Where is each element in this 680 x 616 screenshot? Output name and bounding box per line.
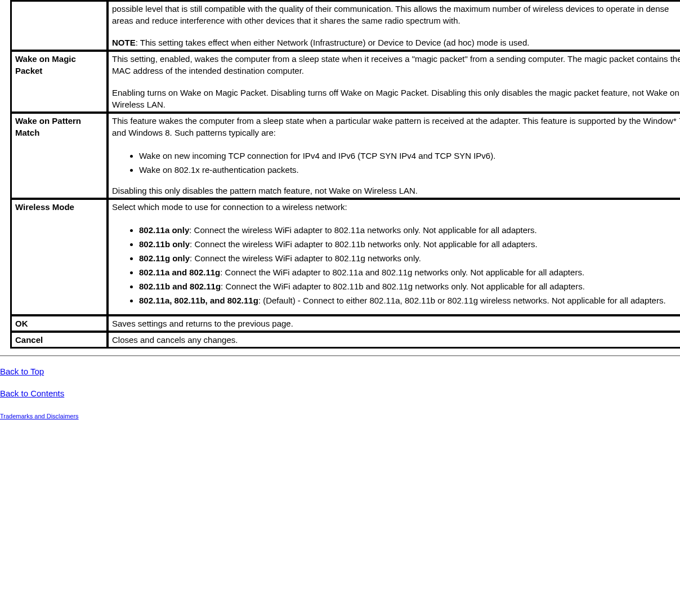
note-text: : This setting takes effect when either … (136, 38, 530, 47)
setting-desc-text: Select which mode to use for connection … (112, 201, 680, 213)
table-row: Cancel Closes and cancels any changes. (11, 332, 680, 347)
table-row: OK Saves settings and returns to the pre… (11, 316, 680, 331)
back-to-top-link[interactable]: Back to Top (0, 365, 44, 377)
table-row: Wireless Mode Select which mode to use f… (11, 199, 680, 315)
note-bold: NOTE (112, 38, 136, 47)
setting-desc-text: This setting, enabled, wakes the compute… (112, 53, 680, 77)
list-item: 802.11a only: Connect the wireless WiFi … (139, 223, 680, 237)
setting-note: NOTE: This setting takes effect when eit… (112, 37, 680, 48)
setting-desc-text: This feature wakes the computer from a s… (112, 115, 680, 139)
setting-label-cell: OK (11, 316, 107, 331)
table-row: Wake on Magic Packet This setting, enabl… (11, 51, 680, 112)
setting-desc-cell: Closes and cancels any changes. (108, 332, 680, 347)
mode-text: : Connect the wireless WiFi adapter to 8… (190, 239, 538, 249)
list-item: 802.11b and 802.11g: Connect the WiFi ad… (139, 279, 680, 293)
mode-bold: 802.11a only (139, 225, 189, 235)
list-item: 802.11g only: Connect the wireless WiFi … (139, 251, 680, 265)
mode-text: : Connect the wireless WiFi adapter to 8… (189, 225, 537, 235)
setting-desc-text: Disabling this only disables the pattern… (112, 185, 680, 197)
divider (0, 355, 680, 356)
setting-desc-text: Enabling turns on Wake on Magic Packet. … (112, 87, 680, 110)
mode-bold: 802.11a and 802.11g (139, 267, 220, 277)
mode-text: : Connect the WiFi adapter to 802.11a an… (220, 267, 584, 277)
list-item: Wake on new incoming TCP connection for … (139, 149, 680, 163)
list-item: Wake on 802.1x re-authentication packets… (139, 163, 680, 177)
setting-label-cell: Wireless Mode (11, 199, 107, 315)
mode-bold: 802.11a, 802.11b, and 802.11g (139, 296, 258, 305)
mode-text: : Connect the WiFi adapter to 802.11b an… (221, 282, 585, 291)
setting-desc-cell: This feature wakes the computer from a s… (108, 113, 680, 198)
trademarks-link[interactable]: Trademarks and Disclaimers (0, 412, 79, 421)
list-item: 802.11b only: Connect the wireless WiFi … (139, 237, 680, 251)
mode-bold: 802.11b and 802.11g (139, 282, 221, 291)
setting-desc-cell: Saves settings and returns to the previo… (108, 316, 680, 331)
modes-list: 802.11a only: Connect the wireless WiFi … (112, 223, 680, 307)
setting-desc-text: possible level that is still compatible … (112, 3, 680, 26)
pattern-list: Wake on new incoming TCP connection for … (112, 149, 680, 177)
list-item: 802.11a, 802.11b, and 802.11g: (Default)… (139, 293, 680, 307)
setting-desc-cell: Select which mode to use for connection … (108, 199, 680, 315)
setting-label-cell: Wake on Magic Packet (11, 51, 107, 112)
setting-desc-cell: This setting, enabled, wakes the compute… (108, 51, 680, 112)
setting-label-cell: Cancel (11, 332, 107, 347)
list-item: 802.11a and 802.11g: Connect the WiFi ad… (139, 265, 680, 279)
table-row: possible level that is still compatible … (11, 1, 680, 50)
mode-bold: 802.11g only (139, 253, 190, 263)
back-to-contents-link[interactable]: Back to Contents (0, 387, 64, 399)
setting-label-cell (11, 1, 107, 50)
setting-label-cell: Wake on Pattern Match (11, 113, 107, 198)
mode-text: : (Default) - Connect to either 802.11a,… (258, 296, 666, 305)
mode-text: : Connect the wireless WiFi adapter to 8… (190, 253, 421, 263)
mode-bold: 802.11b only (139, 239, 190, 249)
setting-desc-cell: possible level that is still compatible … (108, 1, 680, 50)
table-row: Wake on Pattern Match This feature wakes… (11, 113, 680, 198)
settings-table: possible level that is still compatible … (10, 0, 680, 349)
